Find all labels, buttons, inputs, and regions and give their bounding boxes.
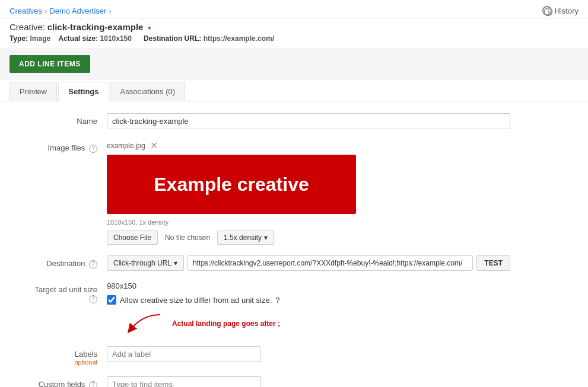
add-line-items-bar: ADD LINE ITEMS — [0, 49, 588, 79]
name-row: Name — [24, 113, 510, 129]
custom-fields-help-icon[interactable]: ? — [89, 381, 97, 387]
add-line-items-button[interactable]: ADD LINE ITEMS — [9, 55, 90, 73]
breadcrumb-sep2: › — [109, 7, 111, 15]
destination-url-input[interactable] — [187, 255, 473, 271]
no-file-text: No file chosen — [165, 234, 210, 242]
image-files-label: Image files ? — [24, 140, 107, 153]
destination-row: Destination ? Click-through URL ▾ TEST — [24, 255, 510, 271]
image-preview-text: Example creative — [154, 174, 309, 196]
name-input[interactable] — [107, 113, 510, 129]
creative-title-row: Creative: click-tracking-example ▾ — [0, 18, 588, 33]
target-ad-help-icon[interactable]: ? — [89, 295, 97, 303]
target-ad-label: Target ad unit size ? — [24, 282, 107, 303]
type-label: Type: — [9, 34, 28, 43]
density-arrow-icon: ▾ — [264, 234, 268, 242]
annotation-container: Actual landing page goes after ; — [125, 312, 510, 335]
destination-url-value: https://example.com/ — [204, 34, 274, 43]
creative-prefix: Creative: — [9, 22, 45, 32]
actual-size-label: Actual size: — [59, 34, 98, 43]
labels-row: Labels optional — [24, 346, 510, 366]
breadcrumb-advertiser[interactable]: Demo Advertiser — [49, 7, 106, 15]
density-dropdown-button[interactable]: 1.5x density ▾ — [217, 231, 274, 245]
creative-dropdown-arrow[interactable]: ▾ — [148, 24, 151, 31]
image-files-help-icon[interactable]: ? — [89, 145, 97, 153]
tab-preview[interactable]: Preview — [9, 82, 57, 101]
ad-size-text: 1010x150, 1x density — [107, 219, 510, 226]
image-file-row: example.jpg ✕ — [107, 140, 510, 151]
destination-url-label: Destination URL: — [144, 34, 201, 43]
target-ad-value: 980x150 — [107, 282, 510, 290]
image-files-container: example.jpg ✕ Example creative 1010x150,… — [107, 140, 510, 245]
destination-test-button[interactable]: TEST — [476, 255, 510, 271]
labels-input[interactable] — [107, 346, 261, 362]
type-value: Image — [30, 34, 50, 43]
allow-creative-checkbox[interactable] — [107, 295, 116, 305]
density-label: 1.5x density — [224, 234, 262, 242]
top-bar: Creatives › Demo Advertiser › History — [0, 0, 588, 18]
creative-meta: Type: Image Actual size: 1010x150 Destin… — [0, 33, 588, 49]
allow-creative-help-icon[interactable]: ? — [275, 296, 279, 305]
tabs-bar: Preview Settings Associations (0) — [0, 82, 588, 101]
custom-fields-control — [107, 376, 510, 387]
destination-control: Click-through URL ▾ TEST — [107, 255, 510, 271]
custom-fields-input[interactable] — [107, 376, 261, 387]
annotation-text: Actual landing page goes after ; — [172, 319, 280, 328]
history-icon — [542, 6, 552, 15]
destination-type-label: Click-through URL — [113, 259, 171, 267]
destination-type-dropdown[interactable]: Click-through URL ▾ — [107, 255, 184, 271]
name-control — [107, 113, 510, 129]
destination-label: Destination ? — [24, 255, 107, 268]
choose-file-button[interactable]: Choose File — [107, 231, 158, 245]
allow-creative-row: Allow creative size to differ from ad un… — [107, 295, 510, 305]
history-label: History — [555, 7, 579, 15]
image-file-name: example.jpg — [107, 142, 145, 150]
breadcrumb-creatives[interactable]: Creatives — [9, 7, 42, 15]
name-label: Name — [24, 113, 107, 126]
tab-settings[interactable]: Settings — [58, 82, 109, 101]
breadcrumb: Creatives › Demo Advertiser › — [9, 7, 112, 15]
destination-help-icon[interactable]: ? — [89, 260, 97, 268]
custom-fields-label: Custom fields ? — [24, 376, 107, 387]
settings-form: Name Image files ? example.jpg ✕ Example… — [0, 101, 534, 387]
target-ad-row: Target ad unit size ? 980x150 Allow crea… — [24, 282, 510, 335]
image-files-row: Image files ? example.jpg ✕ Example crea… — [24, 140, 510, 245]
creative-name: click-tracking-example — [47, 22, 144, 32]
image-preview: Example creative — [107, 155, 356, 214]
labels-control — [107, 346, 510, 362]
history-button[interactable]: History — [542, 6, 579, 15]
target-ad-control: 980x150 Allow creative size to differ fr… — [107, 282, 510, 335]
close-icon[interactable]: ✕ — [150, 140, 158, 151]
destination-type-arrow-icon: ▾ — [174, 259, 177, 267]
actual-size-value: 1010x150 — [100, 34, 132, 43]
labels-optional: optional — [74, 359, 97, 366]
custom-fields-row: Custom fields ? — [24, 376, 510, 387]
annotation-arrow-svg — [125, 312, 172, 335]
allow-creative-label: Allow creative size to differ from ad un… — [120, 296, 272, 305]
breadcrumb-sep1: › — [45, 7, 47, 15]
tab-associations[interactable]: Associations (0) — [110, 82, 185, 101]
choose-file-row: Choose File No file chosen 1.5x density … — [107, 231, 510, 245]
labels-label: Labels optional — [24, 346, 107, 366]
